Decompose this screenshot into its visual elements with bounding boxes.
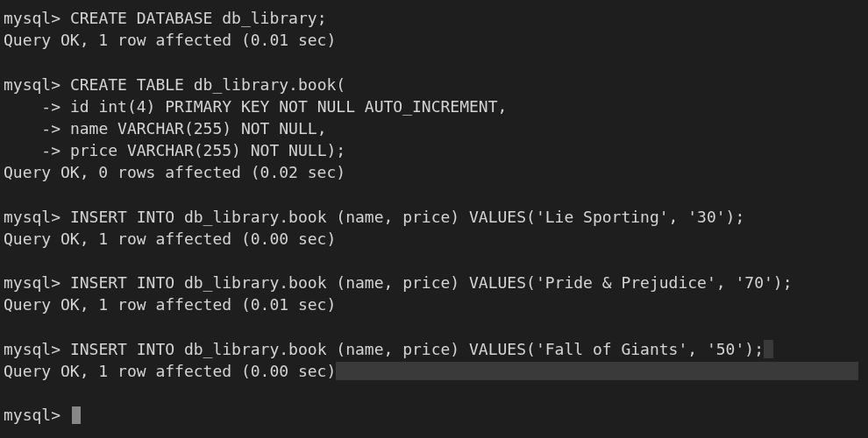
command-line-4: mysql> INSERT INTO db_library.book (name… [4, 272, 864, 293]
selection-highlight [764, 340, 773, 358]
response-line-1: Query OK, 1 row affected (0.01 sec) [4, 29, 864, 51]
continuation-line-2: -> name VARCHAR(255) NOT NULL, [4, 117, 864, 139]
mysql-prompt: mysql> [4, 9, 60, 27]
sql-statement: CREATE DATABASE db_library; [70, 9, 327, 27]
blank-line [4, 250, 864, 272]
continuation-prompt: -> [4, 141, 60, 159]
mysql-prompt: mysql> [4, 208, 60, 226]
continuation-prompt: -> [4, 119, 60, 138]
continuation-line-1: -> id int(4) PRIMARY KEY NOT NULL AUTO_I… [4, 95, 864, 117]
sql-statement: INSERT INTO db_library.book (name, price… [70, 208, 744, 226]
response-line-2: Query OK, 0 rows affected (0.02 sec) [4, 161, 864, 183]
continuation-line-3: -> price VARCHAR(255) NOT NULL); [4, 139, 864, 161]
mysql-terminal[interactable]: mysql> CREATE DATABASE db_library; Query… [4, 7, 864, 427]
blank-line [4, 51, 864, 73]
selection-highlight [336, 362, 858, 380]
response-line-5: Query OK, 1 row affected (0.00 sec) [4, 360, 864, 382]
sql-statement: INSERT INTO db_library.book (name, price… [70, 340, 773, 358]
sql-statement: CREATE TABLE db_library.book( [70, 75, 345, 94]
cursor-icon [72, 406, 81, 424]
sql-statement: price VARCHAR(255) NOT NULL); [70, 141, 345, 159]
blank-line [4, 316, 864, 338]
sql-statement: id int(4) PRIMARY KEY NOT NULL AUTO_INCR… [70, 97, 508, 116]
active-prompt-line[interactable]: mysql> [4, 404, 864, 426]
command-line-2: mysql> CREATE TABLE db_library.book( [4, 74, 864, 95]
response-line-4: Query OK, 1 row affected (0.01 sec) [4, 293, 864, 315]
command-line-1: mysql> CREATE DATABASE db_library; [4, 7, 864, 29]
continuation-prompt: -> [4, 97, 60, 116]
sql-statement: name VARCHAR(255) NOT NULL, [70, 119, 327, 138]
mysql-prompt: mysql> [4, 406, 60, 424]
response-line-3: Query OK, 1 row affected (0.00 sec) [4, 228, 864, 250]
blank-line [4, 382, 864, 404]
sql-statement: INSERT INTO db_library.book (name, price… [70, 273, 793, 292]
blank-line [4, 184, 864, 206]
mysql-prompt: mysql> [4, 273, 60, 292]
mysql-prompt: mysql> [4, 340, 60, 358]
mysql-prompt: mysql> [4, 75, 60, 94]
command-line-5: mysql> INSERT INTO db_library.book (name… [4, 338, 864, 360]
command-line-3: mysql> INSERT INTO db_library.book (name… [4, 206, 864, 228]
